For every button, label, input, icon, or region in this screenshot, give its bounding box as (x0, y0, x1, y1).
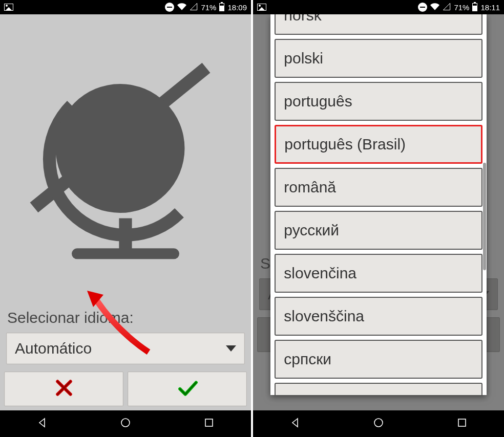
language-option[interactable]: português (275, 82, 482, 121)
home-button[interactable] (119, 417, 132, 431)
language-option[interactable]: română (275, 168, 482, 207)
battery-percentage: 71% (454, 3, 469, 12)
battery-icon (472, 3, 477, 11)
modal-overlay[interactable]: norsk polski português português (Brasil… (253, 14, 504, 410)
wifi-icon (177, 2, 186, 13)
home-button[interactable] (372, 417, 385, 431)
language-option[interactable]: русский (275, 211, 482, 250)
check-icon (177, 377, 198, 401)
svg-rect-6 (205, 419, 213, 426)
chevron-down-icon (226, 345, 236, 352)
back-button[interactable] (36, 417, 48, 431)
navigation-bar (253, 410, 504, 437)
cell-signal-icon (190, 3, 198, 12)
confirm-button[interactable] (128, 372, 247, 406)
phone-right: 71% 18:11 Selecionar idioma: (253, 0, 504, 437)
wifi-icon (430, 2, 439, 13)
svg-rect-12 (458, 419, 466, 426)
cross-icon (53, 377, 75, 401)
screenshot-icon (257, 4, 266, 11)
svg-point-11 (374, 419, 383, 427)
screenshot-icon (4, 4, 13, 11)
status-time: 18:09 (227, 3, 247, 12)
language-option-selected[interactable]: português (Brasil) (275, 125, 482, 164)
recents-button[interactable] (456, 417, 468, 431)
dropdown-value: Automático (15, 340, 92, 357)
language-option[interactable]: svenska (275, 383, 482, 395)
dnd-icon (418, 3, 427, 12)
language-option[interactable]: slovenčina (275, 254, 482, 293)
globe-illustration (0, 14, 251, 306)
svg-point-5 (121, 419, 130, 427)
status-bar: 71% 18:11 (253, 0, 504, 14)
phone-left: 71% 18:09 Selecionar idioma: Automático (0, 0, 251, 437)
battery-icon (219, 3, 224, 11)
language-option[interactable]: slovenščina (275, 297, 482, 336)
language-option[interactable]: српски (275, 340, 482, 379)
cancel-button[interactable] (4, 372, 123, 406)
status-time: 18:11 (480, 3, 500, 12)
battery-percentage: 71% (201, 3, 216, 12)
recents-button[interactable] (203, 417, 215, 431)
language-list-popup: norsk polski português português (Brasil… (270, 14, 486, 395)
select-language-label: Selecionar idioma: (0, 306, 251, 330)
cell-signal-icon (443, 3, 451, 12)
content-area: Selecionar idioma: Automático (0, 14, 251, 410)
svg-point-1 (56, 84, 185, 213)
navigation-bar (0, 410, 251, 437)
language-option[interactable]: polski (275, 39, 482, 78)
status-bar: 71% 18:09 (0, 0, 251, 14)
language-option[interactable]: norsk (275, 14, 482, 35)
dnd-icon (165, 3, 174, 12)
language-dropdown[interactable]: Automático (6, 333, 245, 364)
back-button[interactable] (289, 417, 301, 431)
scrollbar[interactable] (483, 163, 486, 270)
